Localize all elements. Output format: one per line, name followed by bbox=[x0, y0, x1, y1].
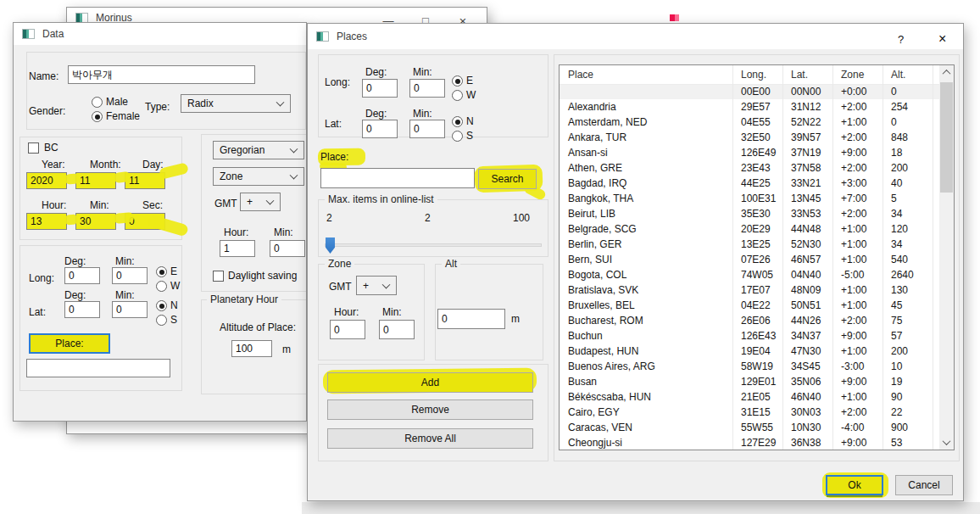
remove-all-button[interactable]: Remove All bbox=[327, 428, 533, 449]
scrollbar[interactable] bbox=[939, 65, 954, 450]
remove-button[interactable]: Remove bbox=[327, 399, 533, 420]
table-row[interactable]: Alexandria29E5731N12+2:00254 bbox=[560, 99, 939, 115]
app-icon bbox=[316, 31, 329, 42]
table-row[interactable]: Bucharest, ROM26E0644N26+2:0075 bbox=[560, 313, 939, 328]
table-cell: 39N57 bbox=[782, 131, 832, 143]
altitude-input[interactable] bbox=[231, 340, 272, 357]
east-radio[interactable] bbox=[452, 75, 463, 87]
table-row[interactable]: Athen, GRE23E4337N58+2:00200 bbox=[560, 160, 939, 176]
zone-min-input[interactable] bbox=[379, 320, 415, 339]
type-select[interactable]: Radix bbox=[181, 94, 291, 113]
south-radio[interactable] bbox=[156, 315, 167, 326]
scroll-down-button[interactable] bbox=[939, 435, 954, 450]
long-min-input[interactable] bbox=[409, 79, 445, 98]
gmt-sign-select[interactable]: + bbox=[356, 276, 397, 295]
table-row[interactable]: Belgrade, SCG20E2944N48+1:00120 bbox=[560, 221, 939, 237]
year-input[interactable] bbox=[26, 172, 67, 189]
long-deg-input[interactable] bbox=[64, 267, 100, 284]
daylight-label: Daylight saving bbox=[228, 270, 297, 282]
zone-min-input[interactable] bbox=[270, 240, 305, 257]
gmt-sign-select[interactable]: + bbox=[240, 193, 281, 211]
name-input[interactable] bbox=[68, 65, 255, 84]
day-input[interactable] bbox=[125, 172, 165, 189]
female-radio[interactable] bbox=[92, 111, 103, 122]
daylight-checkbox[interactable] bbox=[213, 271, 224, 282]
table-cell: 2640 bbox=[883, 269, 933, 281]
table-cell: 0 bbox=[883, 116, 933, 128]
cancel-button[interactable]: Cancel bbox=[895, 475, 953, 495]
table-row[interactable]: Caracas, VEN55W5510N30-4:00900 bbox=[560, 420, 939, 435]
search-button[interactable]: Search bbox=[478, 169, 537, 189]
lat-min-input[interactable] bbox=[409, 120, 445, 138]
max-items-slider-track[interactable] bbox=[325, 243, 542, 247]
table-row[interactable]: Busan129E0135N06+9:0019 bbox=[560, 374, 939, 389]
zone-hour-input[interactable] bbox=[330, 320, 365, 339]
table-row[interactable]: Bagdad, IRQ44E2533N21+3:0040 bbox=[560, 176, 939, 191]
table-row[interactable]: Budapest, HUN19E0447N30+1:00200 bbox=[560, 344, 939, 359]
column-header-long[interactable]: Long. bbox=[732, 69, 782, 81]
table-cell: 34 bbox=[883, 208, 933, 220]
table-row[interactable]: Buenos Aires, ARG58W1934S45-3:0010 bbox=[560, 359, 939, 374]
table-row[interactable]: 00E0000N00+0:000 bbox=[560, 84, 939, 99]
table-cell: 200 bbox=[883, 162, 933, 174]
lat-deg-input[interactable] bbox=[362, 120, 398, 138]
add-button[interactable]: Add bbox=[327, 372, 533, 393]
table-row[interactable]: Bratislava, SVK17E0748N09+1:00130 bbox=[560, 282, 939, 298]
scrollbar-thumb[interactable] bbox=[940, 82, 953, 193]
place-input[interactable] bbox=[26, 359, 170, 377]
north-radio[interactable] bbox=[156, 300, 167, 311]
table-row[interactable]: Ansan-si126E4937N19+9:0018 bbox=[560, 145, 939, 160]
alt-input[interactable] bbox=[437, 309, 505, 329]
west-radio[interactable] bbox=[156, 281, 167, 292]
long-deg-input[interactable] bbox=[362, 79, 398, 98]
table-cell: 53 bbox=[883, 437, 933, 449]
lat-deg-input[interactable] bbox=[64, 301, 100, 318]
help-button[interactable]: ? bbox=[898, 33, 904, 46]
desktop-strip bbox=[302, 502, 980, 514]
calendar-select[interactable]: Gregorian bbox=[213, 141, 304, 159]
zone-mode-select[interactable]: Zone bbox=[213, 167, 304, 186]
table-cell: Ankara, TUR bbox=[560, 131, 732, 143]
type-value: Radix bbox=[187, 98, 214, 109]
minute-input[interactable] bbox=[75, 213, 116, 230]
table-row[interactable]: Beirut, LIB35E3033N53+2:0034 bbox=[560, 206, 939, 221]
column-header-zone[interactable]: Zone bbox=[832, 69, 883, 81]
data-dialog: Data Name: Gender: Male Female Type: Rad… bbox=[13, 22, 307, 422]
table-row[interactable]: Buchun126E4334N37+9:0057 bbox=[560, 328, 939, 344]
data-titlebar: Data bbox=[14, 23, 306, 45]
scroll-up-button[interactable] bbox=[939, 65, 954, 80]
east-radio[interactable] bbox=[156, 266, 167, 277]
table-row[interactable]: Békéscsaba, HUN21E0546N40+1:0090 bbox=[560, 389, 939, 405]
table-row[interactable]: Bern, SUI07E2646N57+1:00540 bbox=[560, 252, 939, 267]
table-row[interactable]: Ankara, TUR32E5039N57+2:00848 bbox=[560, 130, 939, 145]
west-radio[interactable] bbox=[452, 90, 463, 101]
table-row[interactable]: Cairo, EGY31E1530N03+2:0022 bbox=[560, 405, 939, 420]
table-row[interactable]: Bogota, COL74W0504N40-5:002640 bbox=[560, 267, 939, 282]
gmt-label: GMT bbox=[329, 281, 352, 293]
zone-hour-input[interactable] bbox=[220, 240, 255, 257]
table-row[interactable]: Cheongju-si127E2936N38+9:0053 bbox=[560, 435, 939, 450]
lat-min-input[interactable] bbox=[112, 301, 148, 318]
column-header-alt[interactable]: Alt. bbox=[883, 69, 933, 81]
long-min-input[interactable] bbox=[112, 267, 148, 284]
place-search-input[interactable] bbox=[320, 168, 475, 188]
table-cell: 10 bbox=[883, 360, 933, 372]
column-header-place[interactable]: Place bbox=[560, 69, 732, 81]
table-row[interactable]: Amsterdam, NED04E5552N22+1:000 bbox=[560, 115, 939, 130]
column-header-lat[interactable]: Lat. bbox=[782, 69, 832, 81]
close-icon[interactable]: × bbox=[938, 31, 946, 47]
table-row[interactable]: Berlin, GER13E2552N30+1:0034 bbox=[560, 237, 939, 252]
place-button[interactable]: Place: bbox=[29, 333, 110, 354]
hour-input[interactable] bbox=[26, 213, 67, 230]
second-input[interactable] bbox=[125, 213, 165, 230]
table-row[interactable]: Bangkok, THA100E3113N45+7:005 bbox=[560, 191, 939, 206]
month-input[interactable] bbox=[75, 172, 116, 189]
bc-checkbox[interactable] bbox=[28, 142, 39, 154]
male-radio[interactable] bbox=[92, 97, 103, 108]
table-cell: Buenos Aires, ARG bbox=[560, 360, 732, 372]
south-radio[interactable] bbox=[452, 131, 463, 142]
table-row[interactable]: Bruxelles, BEL04E2250N51+1:0045 bbox=[560, 298, 939, 313]
table-cell: 04E22 bbox=[732, 299, 782, 311]
ok-button[interactable]: Ok bbox=[826, 475, 883, 495]
north-radio[interactable] bbox=[452, 116, 463, 127]
